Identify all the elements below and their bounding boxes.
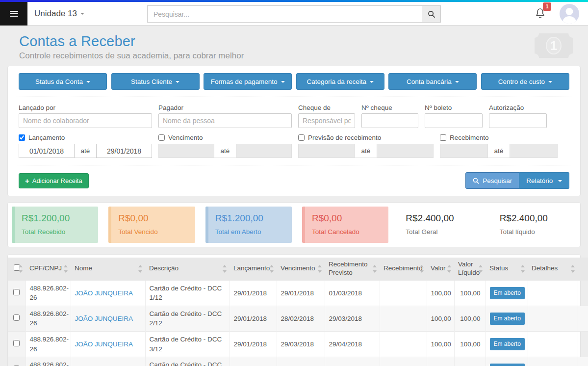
cell-status: Em aberto <box>486 280 528 306</box>
table-row: 488.926.802-26JOÃO JUNQUEIRACartão de Cr… <box>8 280 588 306</box>
col-header-nome[interactable]: Nome <box>71 258 145 280</box>
checkbox-lancamento[interactable] <box>19 134 25 141</box>
date-from-vencimento[interactable] <box>158 144 214 158</box>
date-to-vencimento[interactable] <box>236 144 292 158</box>
field-input-autorizacao[interactable] <box>489 113 547 128</box>
cell-cpf: 488.926.802-26 <box>26 332 71 357</box>
summary-value: R$0,00 <box>312 213 382 224</box>
cell-recebimento-previsto: 29/05/2018 <box>325 357 380 366</box>
notifications-button[interactable]: 1 <box>535 7 546 22</box>
client-link[interactable]: JOÃO JUNQUEIRA <box>75 315 133 322</box>
avatar[interactable] <box>560 4 579 24</box>
cell-detalhes <box>528 280 578 306</box>
date-separator: até <box>214 144 236 158</box>
sort-icon <box>373 265 377 273</box>
select-all-header[interactable] <box>8 258 26 280</box>
search-button[interactable] <box>422 5 441 23</box>
search-input[interactable] <box>147 5 422 23</box>
col-header-actions[interactable] <box>578 258 588 280</box>
field-input-n-boleto[interactable] <box>425 113 483 128</box>
sort-icon <box>571 265 575 273</box>
checkbox-previsao-de-recebimento[interactable] <box>298 134 305 141</box>
unit-label: Unidade 13 <box>34 9 77 19</box>
col-header-label: Vencimento <box>281 264 315 272</box>
cell-nome: JOÃO JUNQUEIRA <box>71 280 145 306</box>
row-select-cell <box>8 357 26 366</box>
summary-card-total-geral: R$2.400,00Total Geral <box>399 207 482 243</box>
checkbox-vencimento[interactable] <box>158 134 165 141</box>
filter-dropdown-categoria-da-receita[interactable]: Categoria da receita <box>296 73 384 90</box>
summary-label: Total Geral <box>406 228 475 235</box>
cell-vencimento: 28/02/2018 <box>277 306 325 331</box>
date-to-lancamento[interactable] <box>96 144 152 158</box>
filter-dropdown-status-da-conta[interactable]: Status da Conta <box>19 73 107 90</box>
date-filter-recebimento: Recebimentoaté <box>440 134 558 158</box>
divider <box>8 165 580 165</box>
field-input-cheque-de[interactable] <box>298 113 355 128</box>
cell-detalhes <box>528 306 578 331</box>
relatorio-button[interactable]: Relatório <box>519 172 569 189</box>
filter-field-pagador: Pagador <box>158 104 292 128</box>
dropdown-label: Conta bancária <box>407 78 452 85</box>
cell-valor: 100,00 <box>427 306 454 331</box>
summary-label: Total em Aberto <box>215 228 285 235</box>
col-header-valor[interactable]: Valor <box>427 258 454 280</box>
status-badge: Em aberto <box>490 338 525 350</box>
date-to-previsao-de-recebimento[interactable] <box>377 144 434 158</box>
dropdown-label: Status da Conta <box>35 78 83 85</box>
row-checkbox[interactable] <box>13 340 20 346</box>
cell-nome: JOÃO JUNQUEIRA <box>71 306 145 331</box>
client-link[interactable]: JOÃO JUNQUEIRA <box>75 289 133 297</box>
col-header-status[interactable]: Status <box>486 258 528 280</box>
col-header-label: Status <box>489 264 508 272</box>
field-label: Nº cheque <box>361 104 418 111</box>
person-icon <box>560 4 579 24</box>
date-from-recebimento[interactable] <box>440 144 488 158</box>
pesquisar-button[interactable]: Pesquisar <box>465 172 519 189</box>
col-header-valor-liquido[interactable]: Valor Líquido <box>454 258 486 280</box>
date-filter-head: Recebimento <box>440 134 558 141</box>
row-checkbox[interactable] <box>13 289 20 295</box>
cell-lancamento: 29/01/2018 <box>230 280 277 306</box>
cell-valor-liquido: 100,00 <box>454 280 486 306</box>
sort-icon <box>223 265 227 273</box>
cell-actions <box>578 357 588 366</box>
summary-value: R$1.200,00 <box>215 213 285 224</box>
col-header-vencimento[interactable]: Vencimento <box>277 258 325 280</box>
summary-card-total-recebido: R$1.200,00Total Recebido <box>12 207 98 243</box>
filter-field-n-cheque: Nº cheque <box>361 104 418 128</box>
date-to-recebimento[interactable] <box>510 144 558 158</box>
field-input-pagador[interactable] <box>158 113 292 128</box>
unit-selector[interactable]: Unidade 13 <box>34 9 84 19</box>
col-header-label: Valor <box>431 264 446 272</box>
filter-field-n-boleto: Nº boleto <box>425 104 483 128</box>
filter-dropdown-conta-bancaria[interactable]: Conta bancária <box>388 73 477 90</box>
cell-status: Em aberto <box>486 306 528 331</box>
field-input-n-cheque[interactable] <box>361 113 418 128</box>
col-header-recebimento[interactable]: Recebimento <box>380 258 427 280</box>
add-receita-button[interactable]: + Adicionar Receita <box>19 173 89 188</box>
col-header-recebimento-previsto[interactable]: Recebimento Previsto <box>325 258 380 280</box>
dropdown-label: Formas de pagamento <box>211 78 278 85</box>
hamburger-icon <box>10 9 18 18</box>
summary-label: Total Recebido <box>22 228 91 235</box>
cell-recebimento <box>380 332 427 357</box>
col-header-label: Detalhes <box>532 264 558 272</box>
add-receita-label: Adicionar Receita <box>32 177 82 184</box>
col-header-cpf-cnpj[interactable]: CPF/CNPJ <box>26 258 71 280</box>
filter-dropdown-centro-de-custo[interactable]: Centro de custo <box>481 73 569 90</box>
col-header-lancamento[interactable]: Lançamento <box>230 258 277 280</box>
filter-dropdown-status-cliente[interactable]: Status Cliente <box>111 73 200 90</box>
date-from-lancamento[interactable] <box>19 144 75 158</box>
menu-button[interactable] <box>0 2 27 26</box>
col-header-descricao[interactable]: Descrição <box>145 258 230 280</box>
sort-icon <box>447 265 452 273</box>
client-link[interactable]: JOÃO JUNQUEIRA <box>75 340 133 348</box>
row-checkbox[interactable] <box>13 314 20 321</box>
field-input-lancado-por[interactable] <box>19 113 152 128</box>
filter-dropdown-formas-de-pagamento[interactable]: Formas de pagamento <box>204 73 292 90</box>
filter-dates-row: LançamentoatéVencimentoatéPrevisão de re… <box>19 134 569 158</box>
date-from-previsao-de-recebimento[interactable] <box>298 144 355 158</box>
col-header-detalhes[interactable]: Detalhes <box>528 258 578 280</box>
checkbox-recebimento[interactable] <box>440 134 446 141</box>
